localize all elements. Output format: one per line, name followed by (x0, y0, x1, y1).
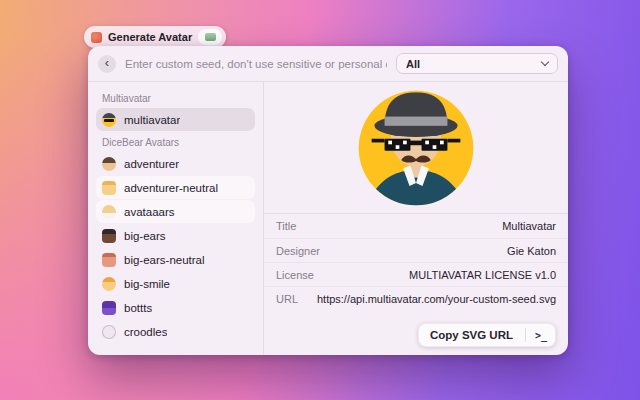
sidebar-item-avataaars[interactable]: avataaars (96, 200, 255, 223)
sidebar-item-label: bottts (124, 302, 152, 314)
seed-search-input[interactable] (125, 58, 387, 70)
generate-avatar-window: ‹ All MultiavatarmultiavatarDiceBear Ava… (88, 46, 568, 355)
metadata-fields: TitleMultiavatarDesignerGie KatonLicense… (264, 213, 568, 310)
metadata-value: MULTIAVATAR LICENSE v1.0 (409, 269, 556, 281)
sidebar-item-label: avataaars (124, 206, 175, 218)
metadata-row-title: TitleMultiavatar (264, 214, 568, 238)
sidebar-item-label: croodles (124, 326, 167, 338)
mini-avatar-icon (205, 33, 216, 41)
filter-dropdown-value: All (406, 58, 420, 70)
fedora-band (385, 116, 448, 125)
adventurer-neutral-icon (102, 181, 116, 195)
action-bar: Copy SVG URL >_ (418, 323, 556, 347)
metadata-value: Gie Katon (507, 245, 556, 257)
croodles-icon (102, 325, 116, 339)
sidebar-item-label: multiavatar (124, 114, 180, 126)
metadata-label: URL (276, 293, 298, 305)
sidebar-item-label: big-ears (124, 230, 166, 242)
sidebar-item-croodles[interactable]: croodles (96, 320, 255, 343)
sidebar-item-adventurer-neutral[interactable]: adventurer-neutral (96, 176, 255, 199)
sidebar-item-label: adventurer (124, 158, 179, 170)
avatar-preview-zone (264, 82, 568, 213)
sidebar-list: MultiavatarmultiavatarDiceBear Avatarsad… (88, 82, 264, 355)
sidebar-item-big-ears[interactable]: big-ears (96, 224, 255, 247)
bottts-icon (102, 301, 116, 315)
sidebar-item-big-smile[interactable]: big-smile (96, 272, 255, 295)
sidebar-item-label: adventurer-neutral (124, 182, 218, 194)
detail-panel: TitleMultiavatarDesignerGie KatonLicense… (264, 82, 568, 355)
window-header: ‹ All (88, 46, 568, 82)
sidebar-item-adventurer[interactable]: adventurer (96, 152, 255, 175)
launcher-tab[interactable]: Generate Avatar (84, 26, 226, 48)
sidebar-section-title: Multiavatar (96, 88, 255, 107)
sidebar-item-label: big-ears-neutral (124, 254, 205, 266)
metadata-row-url: URLhttps://api.multiavatar.com/your-cust… (264, 286, 568, 310)
desktop-background: Generate Avatar ‹ All Multiavatarmultiav… (0, 0, 640, 400)
adventurer-icon (102, 157, 116, 171)
terminal-prompt-icon[interactable]: >_ (526, 330, 556, 341)
metadata-label: Designer (276, 245, 320, 257)
avatar-preview (355, 87, 477, 209)
window-body: MultiavatarmultiavatarDiceBear Avatarsad… (88, 82, 568, 355)
avataaars-icon (102, 205, 116, 219)
multiavatar-icon (102, 113, 116, 127)
back-button[interactable]: ‹ (98, 55, 116, 73)
sidebar-item-label: big-smile (124, 278, 170, 290)
sidebar-item-multiavatar[interactable]: multiavatar (96, 108, 255, 131)
chevron-down-icon (541, 58, 549, 66)
big-smile-icon (102, 277, 116, 291)
metadata-row-license: LicenseMULTIAVATAR LICENSE v1.0 (264, 262, 568, 286)
filter-dropdown[interactable]: All (396, 53, 558, 74)
mini-avatar-badge (198, 29, 222, 45)
chevron-left-icon: ‹ (105, 56, 109, 69)
extension-icon (91, 32, 102, 43)
metadata-label: License (276, 269, 314, 281)
metadata-value: https://api.multiavatar.com/your-custom-… (317, 293, 556, 305)
copy-svg-url-button[interactable]: Copy SVG URL (418, 329, 525, 341)
launcher-tab-label: Generate Avatar (108, 31, 192, 43)
big-ears-neutral-icon (102, 253, 116, 267)
metadata-value: Multiavatar (502, 220, 556, 232)
metadata-label: Title (276, 220, 296, 232)
metadata-row-designer: DesignerGie Katon (264, 238, 568, 262)
sidebar-section-title: DiceBear Avatars (96, 132, 255, 151)
sidebar-item-big-ears-neutral[interactable]: big-ears-neutral (96, 248, 255, 271)
big-ears-icon (102, 229, 116, 243)
sidebar-item-bottts[interactable]: bottts (96, 296, 255, 319)
